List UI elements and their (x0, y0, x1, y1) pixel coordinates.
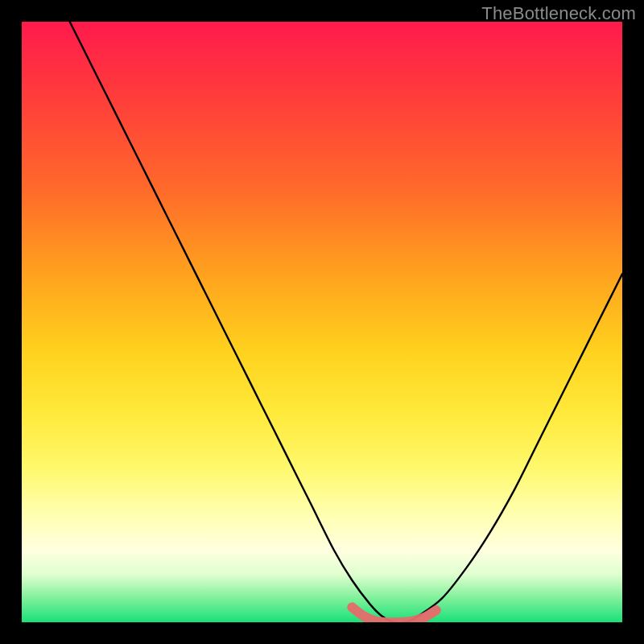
chart-gradient-background (22, 22, 622, 622)
chart-frame: TheBottleneck.com (0, 0, 644, 644)
